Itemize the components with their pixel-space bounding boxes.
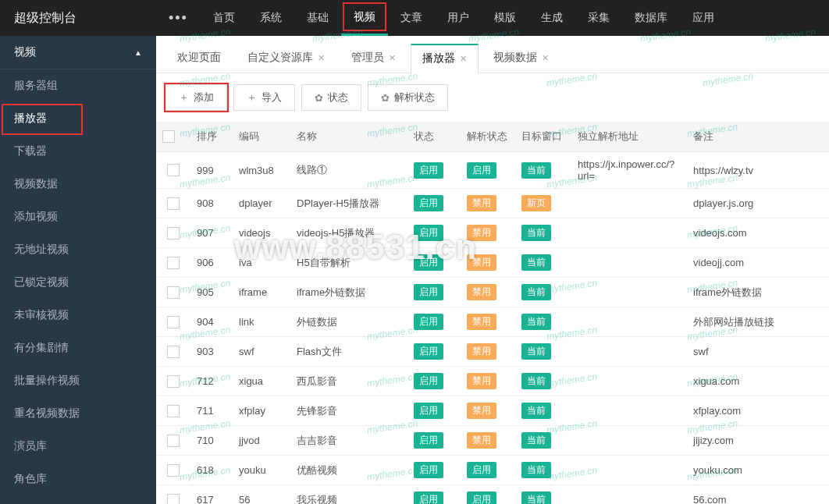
- topnav-item-5[interactable]: 文章: [388, 0, 435, 36]
- parse-badge[interactable]: 禁用: [467, 254, 496, 271]
- sidebar-item-7[interactable]: 未审核视频: [0, 299, 156, 332]
- state-badge[interactable]: 启用: [414, 284, 443, 300]
- parse-badge[interactable]: 禁用: [467, 373, 496, 389]
- row-checkbox[interactable]: [167, 405, 180, 417]
- topnav-item-9[interactable]: 采集: [575, 0, 622, 36]
- topnav-item-10[interactable]: 数据库: [622, 0, 680, 36]
- topnav-item-4[interactable]: 视频: [341, 0, 388, 36]
- target-badge[interactable]: 当前: [521, 162, 551, 179]
- sidebar-item-8[interactable]: 有分集剧情: [0, 332, 156, 364]
- row-checkbox[interactable]: [167, 346, 180, 358]
- target-badge[interactable]: 当前: [521, 492, 551, 504]
- target-badge[interactable]: 当前: [521, 403, 551, 419]
- sidebar-item-10[interactable]: 重名视频数据: [0, 397, 156, 430]
- tab-0[interactable]: 欢迎页面: [165, 44, 233, 73]
- target-badge[interactable]: 当前: [521, 284, 551, 300]
- select-all-checkbox[interactable]: [162, 130, 175, 143]
- cell-name[interactable]: 我乐视频: [290, 485, 407, 505]
- tab-1[interactable]: 自定义资源库✕: [236, 44, 336, 73]
- close-icon[interactable]: ✕: [460, 54, 467, 64]
- row-checkbox[interactable]: [167, 494, 180, 504]
- parse-badge[interactable]: 禁用: [467, 314, 496, 330]
- state-badge[interactable]: 启用: [414, 403, 443, 419]
- cell-name[interactable]: iframe外链数据: [290, 278, 407, 307]
- parse-badge[interactable]: 禁用: [467, 432, 496, 449]
- tab-2[interactable]: 管理员✕: [340, 44, 407, 73]
- sidebar-item-3[interactable]: 视频数据: [0, 168, 156, 201]
- sidebar-item-6[interactable]: 已锁定视频: [0, 266, 156, 299]
- topnav-item-2[interactable]: 系统: [247, 0, 294, 36]
- row-checkbox[interactable]: [167, 316, 180, 328]
- cell-name[interactable]: 吉吉影音: [290, 426, 407, 456]
- cell-name[interactable]: 先锋影音: [290, 396, 407, 426]
- parse-badge[interactable]: 启用: [467, 492, 496, 504]
- parse-badge[interactable]: 禁用: [467, 403, 496, 419]
- row-checkbox[interactable]: [167, 257, 180, 269]
- target-badge[interactable]: 当前: [521, 343, 551, 360]
- row-checkbox[interactable]: [167, 164, 180, 176]
- toolbar-btn-0[interactable]: ＋添加: [165, 84, 227, 111]
- tab-4[interactable]: 视频数据✕: [482, 44, 560, 73]
- topnav-item-0[interactable]: •••: [156, 0, 201, 36]
- parse-badge[interactable]: 禁用: [467, 284, 496, 300]
- sidebar-item-11[interactable]: 演员库: [0, 430, 156, 463]
- toolbar-btn-3[interactable]: ✿解析状态: [368, 84, 448, 111]
- parse-badge[interactable]: 启用: [467, 162, 496, 179]
- row-checkbox[interactable]: [167, 197, 180, 210]
- topnav-item-8[interactable]: 生成: [528, 0, 575, 36]
- parse-badge[interactable]: 禁用: [467, 195, 496, 211]
- close-icon[interactable]: ✕: [318, 53, 325, 63]
- topnav-item-7[interactable]: 模版: [482, 0, 528, 36]
- row-checkbox[interactable]: [167, 464, 180, 477]
- target-badge[interactable]: 当前: [521, 432, 551, 449]
- state-badge[interactable]: 启用: [414, 492, 443, 504]
- toolbar-btn-1[interactable]: ＋导入: [233, 84, 295, 111]
- row-checkbox[interactable]: [167, 286, 180, 299]
- parse-badge[interactable]: 禁用: [467, 343, 496, 360]
- target-badge[interactable]: 当前: [521, 314, 551, 330]
- parse-badge[interactable]: 启用: [467, 462, 496, 478]
- target-badge[interactable]: 当前: [521, 225, 551, 241]
- target-badge[interactable]: 新页: [521, 195, 551, 211]
- sidebar-item-4[interactable]: 添加视频: [0, 201, 156, 233]
- cell-name[interactable]: 线路①: [290, 152, 407, 189]
- state-badge[interactable]: 启用: [414, 343, 443, 360]
- toolbar-btn-2[interactable]: ✿状态: [301, 84, 361, 111]
- cell-name[interactable]: Flash文件: [290, 337, 407, 367]
- sidebar-head[interactable]: 视频 ▲: [0, 36, 156, 69]
- state-badge[interactable]: 启用: [414, 462, 443, 478]
- cell-name[interactable]: videojs-H5播放器: [290, 218, 407, 248]
- cell-name[interactable]: 西瓜影音: [290, 367, 407, 396]
- tab-3[interactable]: 播放器✕: [411, 44, 479, 73]
- state-badge[interactable]: 启用: [414, 314, 443, 330]
- state-badge[interactable]: 启用: [414, 195, 443, 211]
- row-checkbox[interactable]: [167, 435, 180, 447]
- sidebar-item-1[interactable]: 播放器: [0, 102, 156, 135]
- state-badge[interactable]: 启用: [414, 162, 443, 179]
- topnav-item-1[interactable]: 首页: [201, 0, 247, 36]
- state-badge[interactable]: 启用: [414, 254, 443, 271]
- sidebar-item-12[interactable]: 角色库: [0, 463, 156, 495]
- cell-name[interactable]: 外链数据: [290, 307, 407, 337]
- sidebar-item-9[interactable]: 批量操作视频: [0, 364, 156, 397]
- close-icon[interactable]: ✕: [389, 53, 396, 63]
- state-badge[interactable]: 启用: [414, 373, 443, 389]
- sidebar-item-0[interactable]: 服务器组: [0, 69, 156, 102]
- topnav-item-11[interactable]: 应用: [680, 0, 727, 36]
- parse-badge[interactable]: 禁用: [467, 225, 496, 241]
- cell-name[interactable]: DPlayer-H5播放器: [290, 189, 407, 218]
- row-checkbox[interactable]: [167, 375, 180, 388]
- topnav-item-6[interactable]: 用户: [435, 0, 482, 36]
- close-icon[interactable]: ✕: [542, 53, 549, 63]
- target-badge[interactable]: 当前: [521, 254, 551, 271]
- state-badge[interactable]: 启用: [414, 432, 443, 449]
- target-badge[interactable]: 当前: [521, 462, 551, 478]
- cell-name[interactable]: H5自带解析: [290, 248, 407, 278]
- sidebar-item-5[interactable]: 无地址视频: [0, 233, 156, 266]
- cell-name[interactable]: 优酷视频: [290, 456, 407, 485]
- state-badge[interactable]: 启用: [414, 225, 443, 241]
- sidebar-item-2[interactable]: 下载器: [0, 135, 156, 168]
- target-badge[interactable]: 当前: [521, 373, 551, 389]
- row-checkbox[interactable]: [167, 227, 180, 240]
- topnav-item-3[interactable]: 基础: [294, 0, 341, 36]
